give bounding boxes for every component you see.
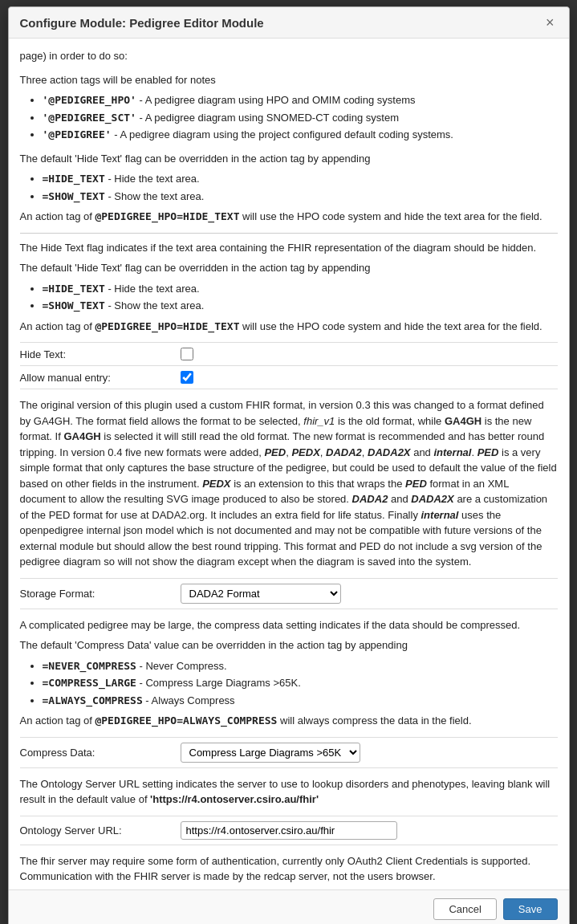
ontology-url-input[interactable] [181, 821, 397, 840]
hide-text-flag-p2: The default 'Hide Text' flag can be over… [20, 260, 558, 276]
cancel-button[interactable]: Cancel [433, 898, 496, 920]
list-item: =ALWAYS_COMPRESS - Always Compress [43, 693, 558, 709]
hide-text-control [181, 348, 558, 360]
hide-text-flag-section: The Hide Text flag indicates if the text… [20, 240, 558, 335]
format-description-text: The original version of this plugin used… [20, 397, 558, 570]
list-item: =COMPRESS_LARGE - Compress Large Diagram… [43, 675, 558, 691]
hide-text-list1: =HIDE_TEXT - Hide the text area. =SHOW_T… [43, 171, 558, 204]
modal-header: Configure Module: Pedigree Editor Module… [9, 7, 569, 39]
action-tag-note1: An action tag of @PEDIGREE_HPO=HIDE_TEXT… [20, 209, 558, 225]
ontology-url-row: Ontology Server URL: [20, 816, 558, 845]
modal-title: Configure Module: Pedigree Editor Module [20, 16, 264, 30]
list-item: '@PEDIGREE' - A pedigree diagram using t… [43, 127, 558, 143]
allow-manual-control [181, 371, 558, 384]
list-item: '@PEDIGREE_SCT' - A pedigree diagram usi… [43, 110, 558, 126]
save-button[interactable]: Save [503, 898, 558, 920]
hide-text-row: Hide Text: [20, 342, 558, 366]
compress-intro-section: A complicated pedigree may be large, the… [20, 617, 558, 729]
list-item: =HIDE_TEXT - Hide the text area. [43, 171, 558, 187]
compress-data-row: Compress Data: Never Compress Compress L… [20, 737, 558, 768]
fhir-auth-note: The fhir server may require some form of… [20, 853, 558, 885]
list-item: =HIDE_TEXT - Hide the text area. [43, 281, 558, 297]
compress-action-tag-note: An action tag of @PEDIGREE_HPO=ALWAYS_CO… [20, 713, 558, 729]
hide-text-checkbox[interactable] [181, 348, 193, 360]
modal-footer: Cancel Save [9, 889, 569, 924]
storage-format-label: Storage Format: [20, 588, 181, 600]
fhir-auth-section: The fhir server may require some form of… [20, 853, 558, 885]
allow-manual-checkbox[interactable] [181, 371, 193, 384]
hide-text-label: Hide Text: [20, 348, 181, 360]
list-item: =SHOW_TEXT - Show the text area. [43, 189, 558, 205]
ontology-url-control [181, 821, 558, 840]
hide-text-override-p1: The default 'Hide Text' flag can be over… [20, 151, 558, 167]
compress-data-label: Compress Data: [20, 747, 181, 759]
list-item: '@PEDIGREE_HPO' - A pedigree diagram usi… [43, 92, 558, 108]
allow-manual-label: Allow manual entry: [20, 372, 181, 384]
action-tags-list: '@PEDIGREE_HPO' - A pedigree diagram usi… [43, 92, 558, 143]
compress-items-list: =NEVER_COMPRESS - Never Compress. =COMPR… [43, 658, 558, 709]
close-button[interactable]: × [542, 15, 558, 30]
compress-intro-p1: A complicated pedigree may be large, the… [20, 617, 558, 633]
storage-format-row: Storage Format: DADA2 Format fhir_v1 GA4… [20, 578, 558, 609]
format-description-section: The original version of this plugin used… [20, 397, 558, 570]
divider1 [20, 233, 558, 234]
ontology-url-label: Ontology Server URL: [20, 824, 181, 836]
intro-section: page) in order to do so: [20, 48, 558, 64]
list-item: =NEVER_COMPRESS - Never Compress. [43, 658, 558, 674]
storage-format-select[interactable]: DADA2 Format fhir_v1 GA4GH PED PEDX DADA… [181, 584, 341, 604]
action-tag-note2: An action tag of @PEDIGREE_HPO=HIDE_TEXT… [20, 319, 558, 335]
list-item: =SHOW_TEXT - Show the text area. [43, 298, 558, 314]
compress-data-control: Never Compress Compress Large Diagrams >… [181, 743, 558, 763]
compress-data-select[interactable]: Never Compress Compress Large Diagrams >… [181, 743, 360, 763]
intro-text: page) in order to do so: [20, 48, 558, 64]
compress-intro-p2: The default 'Compress Data' value can be… [20, 637, 558, 653]
hide-text-override-section1: The default 'Hide Text' flag can be over… [20, 151, 558, 225]
ontology-intro-section: The Ontology Server URL setting indicate… [20, 776, 558, 808]
hide-text-flag-p1: The Hide Text flag indicates if the text… [20, 240, 558, 256]
storage-format-control: DADA2 Format fhir_v1 GA4GH PED PEDX DADA… [181, 584, 558, 604]
action-tags-title: Three action tags will be enabled for no… [20, 72, 558, 88]
allow-manual-row: Allow manual entry: [20, 366, 558, 389]
hide-text-list2: =HIDE_TEXT - Hide the text area. =SHOW_T… [43, 281, 558, 314]
ontology-intro-text: The Ontology Server URL setting indicate… [20, 776, 558, 808]
action-tags-section: Three action tags will be enabled for no… [20, 72, 558, 143]
